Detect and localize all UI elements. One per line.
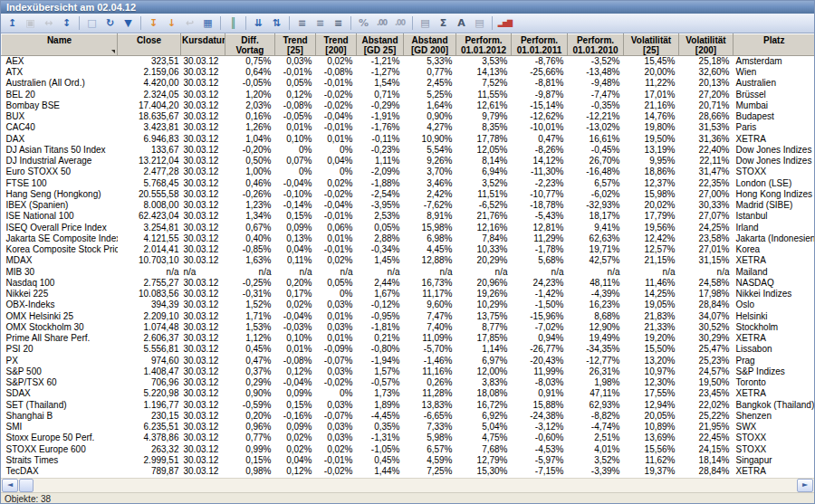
cell-abstand_gd25: 0,45% [357, 455, 404, 466]
cell-abstand_gd25: -0,12% [357, 300, 404, 310]
table-row[interactable]: PSI 205.556,8130.03.120,45%0,01%-0,09%-0… [2, 344, 815, 355]
table-row[interactable]: Straits Times2.999,5130.03.120,15%0,04%-… [2, 455, 815, 466]
cell-perform_2010: -12,77% [568, 356, 624, 366]
sum-icon[interactable]: Σ [435, 14, 452, 32]
export-icon[interactable]: ↥ [4, 14, 21, 32]
table-row[interactable]: ISE National 10062.423,0430.03.121,34%0,… [2, 211, 815, 222]
cell-abstand_gd25: -0,11% [357, 134, 404, 145]
refresh-icon[interactable]: ↻ [101, 14, 119, 32]
table-row[interactable]: FTSE 1005.768,4530.03.120,46%-0,04%0,02%… [2, 178, 815, 189]
table-row[interactable]: MIB 30n/an/an/an/an/an/an/an/an/an/an/an… [2, 267, 815, 278]
table-row[interactable]: Nasdaq 1002.755,2730.03.12-0,25%0,20%0,0… [2, 278, 815, 289]
table-row[interactable]: BUX18.635,6730.03.120,16%-0,05%-0,04%-1,… [2, 111, 815, 122]
table-row[interactable]: Australien (All Ord.)4.420,0030.03.12-0,… [2, 78, 815, 89]
new-window-icon[interactable]: □ [83, 14, 101, 32]
scale-icon[interactable]: ║ [225, 14, 242, 32]
table-row[interactable]: OMX Helsinki 252.209,1030.03.121,71%-0,0… [2, 311, 815, 322]
table-row[interactable]: Jakarta SE Composite Index4.121,5530.03.… [2, 233, 815, 244]
column-header-name[interactable]: Name [2, 34, 118, 56]
increase-decimal-icon[interactable]: .00 [373, 14, 390, 32]
table-row[interactable]: OBX-Indeks394,3930.03.121,52%0,02%0,03%-… [2, 300, 815, 310]
column-header-diff_vortag[interactable]: Diff.Vortag [225, 34, 275, 56]
column-header-trend_200[interactable]: Trend[200] [316, 34, 357, 56]
column-header-vol_200[interactable]: Volatilität[200] [679, 34, 734, 56]
fit-height-icon[interactable]: ↕ [58, 14, 75, 32]
cell-trend_200: -0,07% [316, 356, 357, 366]
table-row[interactable]: PX974,6030.03.120,47%-0,08%-0,07%-1,94%-… [2, 356, 815, 366]
cell-close: 4.420,00 [118, 78, 181, 89]
cell-perform_2010: -0,35% [568, 100, 624, 111]
cell-diff_vortag: 0,77% [225, 433, 275, 443]
table-row[interactable]: SET (Thailand)1.196,7730.03.12-0,59%0,15… [2, 400, 815, 411]
table-row[interactable]: ISEQ Overall Price Index3.254,8130.03.12… [2, 223, 815, 233]
column-header-trend_25[interactable]: Trend[25] [275, 34, 316, 56]
column-header-perform_2012[interactable]: Perform.01.01.2012 [456, 34, 512, 56]
row-height-small-icon[interactable]: ≡ [293, 14, 311, 32]
column-header-abstand_gd200[interactable]: Abstand[GD 200] [404, 34, 456, 56]
column-header-perform_2011[interactable]: Perform.01.01.2011 [512, 34, 568, 56]
table-row[interactable]: TecDAX789,8730.03.120,98%0,12%-0,02%1,44… [2, 466, 815, 477]
cell-name: DAX [2, 134, 118, 145]
table-row[interactable]: Hang Seng (Hongkong)20.555,5830.03.12-0,… [2, 189, 815, 200]
cell-vol_25: 19,80% [624, 122, 679, 133]
toolbar-separator [79, 16, 80, 30]
chart-icon[interactable]: ▂▅▇ [496, 14, 513, 32]
table-row[interactable]: Shanghai B230,1530.03.120,20%-0,16%-0,07… [2, 411, 815, 422]
horizontal-scrollbar[interactable]: ◄ ► [1, 478, 814, 492]
update-quote-icon[interactable]: ↓ [163, 14, 180, 32]
percent-icon[interactable]: % [355, 14, 372, 32]
sort-descending-icon[interactable]: ⇅ [268, 14, 285, 32]
table-row[interactable]: S&P 5001.408,4730.03.120,37%0,12%0,03%1,… [2, 366, 815, 377]
table-row[interactable]: SDAX5.220,9830.03.120,90%0,09%0%1,73%11,… [2, 388, 815, 399]
column-config-icon[interactable]: ▤ [417, 14, 434, 32]
filter-icon[interactable]: ▼ [120, 14, 137, 32]
sort-ascending-icon[interactable]: ⇊ [250, 14, 267, 32]
cell-close: 394,39 [118, 300, 181, 310]
column-header-perform_2010[interactable]: Perform.01.01.2010 [568, 34, 624, 56]
scroll-right-button[interactable]: ► [797, 479, 813, 492]
table-row[interactable]: SMI6.235,5130.03.120,96%0,09%0,03%0,35%7… [2, 422, 815, 433]
table-row[interactable]: Korea Composite Stock Price2.014,4130.03… [2, 244, 815, 255]
cell-vol_200: 28,84% [679, 300, 734, 310]
table-row[interactable]: S&P/TSX 60706,9630.03.120,29%-0,04%-0,02… [2, 377, 815, 388]
scroll-thumb[interactable] [19, 479, 34, 492]
properties-icon[interactable]: ▤ [471, 14, 488, 32]
histogram-icon[interactable]: ▦ [199, 14, 216, 32]
row-height-large-icon[interactable]: ≡ [330, 14, 347, 32]
table-row[interactable]: Bombay BSE17.404,2030.03.122,03%-0,08%-0… [2, 100, 815, 111]
cell-name: SMI [2, 422, 118, 433]
column-header-vol_25[interactable]: Volatilität[25] [624, 34, 679, 56]
insert-quote-icon[interactable]: ↧ [145, 14, 162, 32]
status-bar: Objekte: 38 [1, 492, 814, 504]
cell-vol_25: 9,95% [624, 156, 679, 166]
column-header-close[interactable]: Close [118, 34, 181, 56]
table-row[interactable]: Nikkei 22510.083,5630.03.12-0,31%0,17%0%… [2, 289, 815, 300]
column-header-abstand_gd25[interactable]: Abstand[GD 25] [357, 34, 404, 56]
table-row[interactable]: Stoxx Europe 50 Perf.4.378,8630.03.120,7… [2, 433, 815, 443]
row-height-medium-icon[interactable]: ≡ [312, 14, 329, 32]
table-row[interactable]: MDAX10.703,1030.03.121,63%0,11%0,02%1,45… [2, 255, 815, 266]
table-row[interactable]: DJ Industrial Average13.212,0430.03.120,… [2, 156, 815, 166]
table-row[interactable]: OMX Stockholm 301.074,4830.03.121,53%-0,… [2, 322, 815, 333]
table-row[interactable]: AEX323,5130.03.120,75%0,03%0,02%-1,21%5,… [2, 56, 815, 68]
toolbar-separator [350, 16, 351, 30]
cell-close: 2.159,06 [118, 67, 181, 78]
table-row[interactable]: Euro STOXX 502.477,2830.03.121,00%0%0%-2… [2, 166, 815, 177]
cell-name: OMX Helsinki 25 [2, 311, 118, 322]
table-row[interactable]: Prime All Share Perf.2.606,3730.03.121,1… [2, 333, 815, 344]
table-row[interactable]: BEL 202.324,0530.03.121,20%0,12%-0,02%0,… [2, 90, 815, 100]
column-header-kursdatum[interactable]: Kursdatum [181, 34, 225, 56]
toolbar: ↥▣↔↕□↻▼↧↓↩▦║⇊⇅≡≡≡%.00.00▤ΣA▤▂▅▇ [1, 14, 814, 33]
column-header-platz[interactable]: Platz [734, 34, 815, 56]
object-count-label: Objekte: 38 [5, 494, 51, 504]
table-row[interactable]: STOXX Europe 600263,3230.03.120,99%0,02%… [2, 444, 815, 455]
table-row[interactable]: IBEX (Spanien)8.008,0030.03.121,23%-0,14… [2, 200, 815, 211]
font-icon[interactable]: A [453, 14, 470, 32]
scroll-left-button[interactable]: ◄ [2, 479, 18, 492]
table-row[interactable]: ATX2.159,0630.03.120,64%-0,01%-0,08%-1,2… [2, 67, 815, 78]
decrease-decimal-icon[interactable]: .00 [391, 14, 408, 32]
table-row[interactable]: DJ Asian Titans 50 Index133,6730.03.12-0… [2, 145, 815, 156]
cell-platz: Bangkok (Thailand) [734, 400, 815, 411]
table-row[interactable]: CAC403.423,8130.03.121,26%0,01%-0,01%-1,… [2, 122, 815, 133]
table-row[interactable]: DAX6.946,8330.03.121,04%0,10%0,01%-0,11%… [2, 134, 815, 145]
